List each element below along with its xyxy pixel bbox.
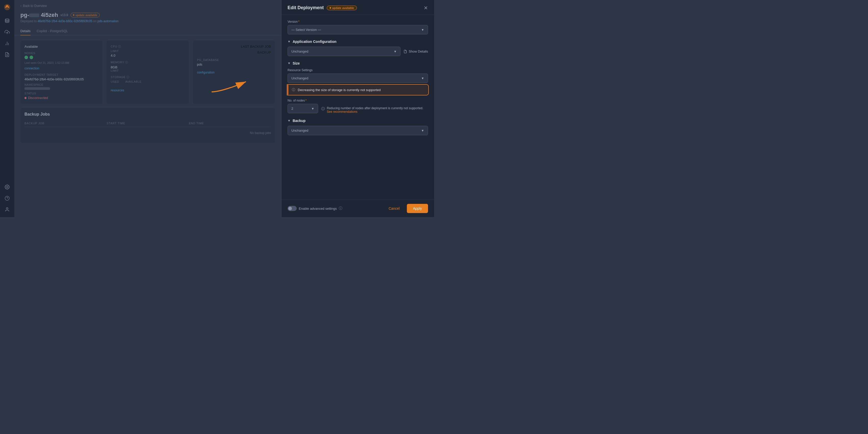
help-icon[interactable]: ⓘ [339,206,342,211]
backup-jobs-title: Backup Jobs [25,112,271,117]
resource-settings-select-wrapper: Unchanged ▼ [287,74,428,83]
tab-details[interactable]: Details [21,27,31,35]
sidebar-item-help[interactable] [3,194,12,203]
version-field-group: Version* — Select Version — ▼ [287,20,428,34]
namespace-masked [25,87,50,90]
cancel-button[interactable]: Cancel [384,204,404,212]
svg-point-7 [7,186,8,188]
storage-warning-box: ⓘ Decreasing the size of storage is curr… [287,85,428,95]
svg-point-8 [5,196,9,201]
chevron-down-icon: ▼ [421,28,424,32]
version-select-wrapper: — Select Version — ▼ [287,25,428,34]
footer-buttons: Cancel Apply [384,204,428,213]
app-config-select[interactable]: Unchanged ▼ [287,47,401,56]
node-indicator [25,56,28,59]
availability-card: Available NODES Last seen Oct 31, 2023, … [21,40,102,104]
chevron-down-icon: ▼ [287,40,290,44]
nodes-info: ⓘ Reducing number of nodes after deploym… [321,104,428,114]
backup-select[interactable]: Unchanged ▼ [287,126,428,135]
resource-settings-select[interactable]: Unchanged ▼ [287,74,428,83]
version-badge: v13.9 [61,13,68,17]
chevron-down-icon: ▼ [287,119,290,122]
nodes-row [25,56,98,59]
show-details-button[interactable]: Show Details [404,47,428,56]
version-select[interactable]: — Select Version — ▼ [287,25,428,34]
backup-section-header[interactable]: ▼ Backup [287,119,428,123]
toggle-knob [288,207,292,210]
see-recommendations-link[interactable]: See recommendations [327,110,358,114]
tabs: Details Copilot - PostgreSQL [14,27,281,35]
resource-settings-label: Resource Settings [287,68,428,72]
col-end-time: END TIME [189,122,271,125]
sidebar-item-database[interactable] [3,16,12,26]
panel-footer: Enable advanced settings ⓘ Cancel Apply [281,200,434,217]
size-field-group: ▼ Size Resource Settings Unchanged ▼ ⓘ D… [287,61,428,114]
edit-deployment-panel: Edit Deployment update available ✕ Versi… [281,0,434,217]
backup-jobs-section: Backup Jobs BACKUP JOB START TIME END TI… [21,108,275,143]
configuration-link[interactable]: configuration [197,71,215,74]
no-backup-jobs: No backup jobs [25,127,271,139]
sidebar-item-document[interactable] [3,50,12,59]
nodes-select[interactable]: 2 ▼ [287,104,318,113]
app-logo[interactable] [3,3,11,11]
size-section-header[interactable]: ▼ Size [287,61,428,65]
advanced-settings-group: Enable advanced settings ⓘ [287,206,342,211]
sidebar-item-chart[interactable] [3,39,12,48]
app-config-row: Unchanged ▼ Show Details [287,47,428,56]
nodes-info-text: Reducing number of nodes after deploymen… [327,107,423,114]
version-label: Version* [287,20,428,24]
chevron-down-icon: ▼ [421,129,424,133]
app-config-section-header[interactable]: ▼ Application Configuration [287,39,428,44]
panel-header: Edit Deployment update available ✕ [281,0,434,15]
close-button[interactable]: ✕ [424,5,428,10]
backup-select-wrapper: Unchanged ▼ [287,126,428,135]
last-seen: Last seen Oct 31, 2023, 1:52:13 AM [25,61,98,64]
panel-update-badge: update available [327,6,357,10]
sidebar-item-upload[interactable] [3,28,12,37]
nodes-label: No. of nodes* [287,99,428,102]
last-backup-label: LAST BACKUP JOB [197,45,271,49]
content-area: Available NODES Last seen Oct 31, 2023, … [14,35,281,148]
advanced-settings-toggle[interactable] [287,206,297,211]
nodes-select-wrapper: 2 ▼ ⓘ Reducing number of nodes after dep… [287,104,428,114]
document-icon [404,50,407,53]
backup-label: BACKUP [197,51,271,54]
col-start-time: START TIME [106,122,189,125]
pg-database-card: LAST BACKUP JOB BACKUP PG_DATABASE pds c… [193,40,275,104]
info-circle-icon: ⓘ [321,107,325,111]
panel-body: Version* — Select Version — ▼ ▼ Applicat… [281,15,434,200]
chevron-down-icon: ▼ [311,107,314,111]
app-config-select-wrapper: Unchanged ▼ [287,47,401,56]
nodes-count-wrapper: 2 ▼ [287,104,318,113]
status-disconnected: Disconnected [25,96,98,100]
back-link[interactable]: ‹ Back to Overview [14,0,281,10]
resources-link[interactable]: resources [111,89,124,92]
col-backup-job: BACKUP JOB [25,122,106,125]
sidebar-item-settings[interactable] [3,182,12,192]
deployed-text: Deployed to 46efd76d-1fb4-4d3e-b60c-92b5… [21,20,275,23]
namespace-link[interactable]: pds-automation [97,20,119,23]
resources-card: CPU ⓘ LIMIT 4.0 MEMORY ⓘ 8GB LIMIT STORA… [106,40,189,104]
status-dot [25,97,27,99]
svg-point-0 [5,19,9,20]
page-title: pg- 4i5zeh v13.9 update available [21,12,275,18]
backup-table-header: BACKUP JOB START TIME END TIME [25,120,271,127]
update-dot [73,14,74,16]
chevron-down-icon: ▼ [421,77,424,80]
info-icon: ⓘ [292,88,295,92]
nodes-field-group: No. of nodes* 2 ▼ ⓘ Reducing number of n… [287,99,428,114]
sidebar-item-user[interactable] [3,205,12,214]
node-indicator [30,56,33,59]
chevron-down-icon: ▼ [287,61,290,65]
chevron-down-icon: ▼ [394,50,397,53]
panel-title: Edit Deployment update available [287,5,357,10]
backup-field-group: ▼ Backup Unchanged ▼ [287,119,428,135]
apply-button[interactable]: Apply [407,204,428,213]
app-config-field-group: ▼ Application Configuration Unchanged ▼ … [287,39,428,56]
connection-link[interactable]: connection [25,66,39,70]
svg-point-10 [6,208,8,209]
tab-copilot[interactable]: Copilot - PostgreSQL [37,27,68,35]
deployed-hash-link[interactable]: 46efd76d-1fb4-4d3e-b60c-92b5f893fc05 [37,20,92,23]
update-available-badge: update available [71,13,100,17]
sidebar [0,0,14,217]
